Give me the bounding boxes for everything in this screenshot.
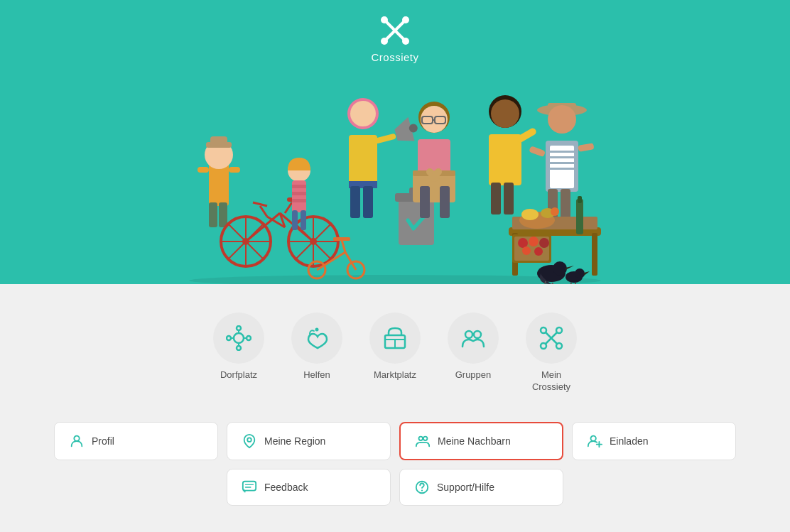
svg-line-33 <box>285 202 292 213</box>
support-hilfe-button[interactable]: Support/Hilfe <box>399 469 563 506</box>
nav-item-marktplatz[interactable]: Marktplatz <box>367 313 423 381</box>
content-section: Dorfplatz Helfen <box>0 284 790 520</box>
svg-rect-95 <box>578 196 582 203</box>
svg-point-93 <box>551 207 559 216</box>
svg-point-141 <box>474 331 481 338</box>
svg-rect-11 <box>209 202 217 227</box>
svg-point-68 <box>491 99 519 128</box>
svg-point-102 <box>534 247 543 256</box>
svg-rect-69 <box>489 134 521 185</box>
svg-rect-38 <box>292 192 306 195</box>
svg-point-130 <box>227 336 231 340</box>
svg-point-64 <box>435 168 442 175</box>
svg-rect-13 <box>198 167 209 173</box>
mein-crossiety-icon <box>539 325 564 351</box>
svg-rect-80 <box>550 162 574 164</box>
svg-rect-78 <box>550 151 574 153</box>
app-name: Crossiety <box>371 51 418 63</box>
svg-point-99 <box>529 237 539 246</box>
svg-rect-155 <box>243 482 256 491</box>
svg-rect-49 <box>350 186 360 218</box>
svg-rect-40 <box>292 210 298 230</box>
svg-rect-41 <box>301 210 306 230</box>
svg-rect-7 <box>209 163 229 206</box>
nav-circle-helfen <box>291 313 342 364</box>
meine-nachbarn-button[interactable]: Meine Nachbarn <box>399 422 563 460</box>
support-hilfe-label: Support/Hilfe <box>437 482 494 493</box>
feedback-button[interactable]: Feedback <box>227 469 391 506</box>
svg-point-159 <box>421 489 423 491</box>
svg-rect-65 <box>420 186 430 218</box>
hero-section: Crossiety <box>0 0 790 284</box>
empty-col-4 <box>572 469 736 506</box>
svg-rect-72 <box>504 183 514 215</box>
svg-line-125 <box>342 240 345 252</box>
nav-item-mein-crossiety[interactable]: Mein Crossiety <box>523 313 580 393</box>
svg-point-151 <box>423 436 428 440</box>
svg-point-140 <box>465 331 472 338</box>
nav-label-helfen: Helfen <box>303 369 330 381</box>
svg-rect-88 <box>592 233 597 276</box>
svg-point-129 <box>237 346 241 350</box>
meine-region-button[interactable]: Meine Region <box>227 422 391 460</box>
profil-label: Profil <box>92 435 114 447</box>
nav-label-mein-crossiety: Mein Crossiety <box>532 369 570 393</box>
person-add-icon <box>587 433 602 449</box>
person-icon <box>69 433 85 449</box>
nav-label-dorfplatz: Dorfplatz <box>220 369 257 381</box>
svg-marker-114 <box>584 271 590 276</box>
svg-point-104 <box>553 261 567 276</box>
svg-rect-81 <box>550 168 574 170</box>
svg-point-63 <box>426 168 433 175</box>
meine-region-label: Meine Region <box>264 435 325 447</box>
nav-circle-mein-crossiety <box>526 313 577 364</box>
svg-marker-105 <box>566 266 574 270</box>
nav-circle-marktplatz <box>369 313 421 364</box>
einladen-label: Einladen <box>610 435 649 447</box>
svg-rect-39 <box>292 199 306 202</box>
marktplatz-icon <box>382 325 408 351</box>
feedback-label: Feedback <box>264 482 308 493</box>
empty-col-1 <box>54 469 218 506</box>
svg-point-98 <box>518 238 528 248</box>
gruppen-icon <box>460 325 486 351</box>
svg-rect-79 <box>550 156 574 158</box>
svg-rect-94 <box>576 199 583 234</box>
svg-point-128 <box>237 326 241 330</box>
svg-line-31 <box>260 206 267 217</box>
svg-rect-37 <box>292 185 306 188</box>
svg-point-43 <box>350 101 376 126</box>
svg-point-148 <box>74 435 79 440</box>
chat-icon <box>242 479 257 495</box>
svg-rect-44 <box>349 135 377 185</box>
profil-button[interactable]: Profil <box>54 422 218 460</box>
logo-area: Crossiety <box>371 0 418 63</box>
nav-circle-dorfplatz <box>213 313 264 364</box>
svg-rect-14 <box>229 167 240 173</box>
svg-rect-82 <box>529 146 546 157</box>
meine-nachbarn-label: Meine Nachbarn <box>438 435 511 447</box>
buttons-row1: Profil Meine Region Meine Nachbarn <box>54 422 736 460</box>
svg-rect-85 <box>561 189 570 219</box>
nav-circle-gruppen <box>448 313 499 364</box>
help-icon <box>414 479 430 495</box>
svg-point-150 <box>419 436 423 440</box>
buttons-row2: Feedback Support/Hilfe <box>54 469 736 506</box>
svg-rect-50 <box>363 186 373 218</box>
helfen-icon <box>304 325 330 351</box>
svg-point-127 <box>234 333 244 343</box>
group-icon <box>415 433 431 449</box>
svg-rect-10 <box>210 136 227 146</box>
nav-item-gruppen[interactable]: Gruppen <box>445 313 502 381</box>
einladen-button[interactable]: Einladen <box>572 422 736 460</box>
svg-point-149 <box>247 438 251 442</box>
svg-line-123 <box>317 252 345 270</box>
svg-rect-45 <box>374 133 396 143</box>
nav-label-marktplatz: Marktplatz <box>374 369 416 381</box>
location-icon <box>242 433 257 449</box>
svg-rect-83 <box>578 143 594 152</box>
nav-item-dorfplatz[interactable]: Dorfplatz <box>210 313 267 381</box>
nav-icons: Dorfplatz Helfen <box>14 313 776 393</box>
nav-item-helfen[interactable]: Helfen <box>288 313 345 381</box>
svg-point-152 <box>591 435 596 440</box>
